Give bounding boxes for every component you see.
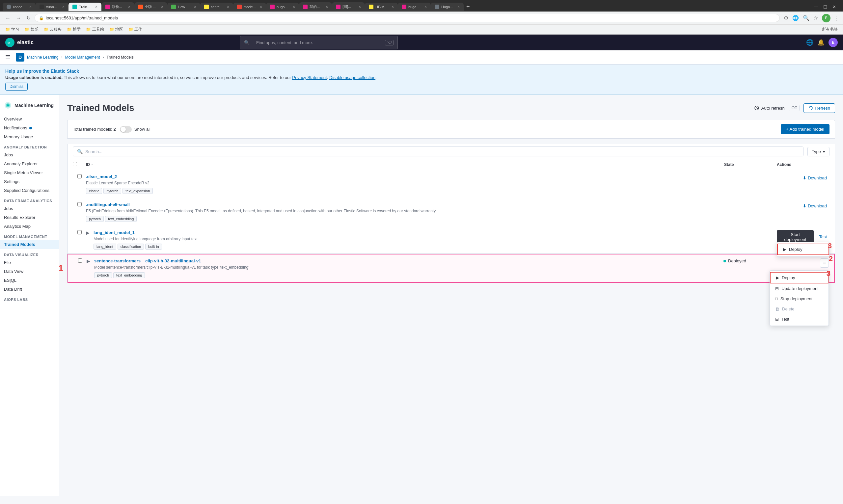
tab-close[interactable]: × [359,5,361,9]
bookmark-yunfuwu[interactable]: 📁 云服务 [42,26,63,33]
checkbox-multilingual[interactable] [77,202,82,206]
bookmark-yule[interactable]: 📁 娱乐 [23,26,39,33]
refresh-button[interactable]: Refresh [804,103,835,113]
sidebar-item-memory-usage[interactable]: Memory Usage [0,132,59,141]
browser-tab-jiage[interactable]: 涨价... × [102,2,134,11]
sidebar-item-notifications[interactable]: Notifications [0,123,59,132]
translate-icon[interactable]: 🌐 [791,14,800,22]
row-checkbox-multilingual[interactable] [73,202,86,206]
dismiss-button[interactable]: Dismiss [5,83,28,91]
user-avatar[interactable]: P [822,14,830,22]
browser-tab-xuan[interactable]: xuan... × [36,3,69,11]
new-tab-button[interactable]: + [464,2,472,12]
tab-close[interactable]: × [29,5,32,9]
notification-icon[interactable]: 🔔 [817,39,825,46]
more-actions-button[interactable]: ≡ [820,258,829,268]
bookmark-diqu[interactable]: 📁 地区 [108,26,124,33]
banner-disable-link[interactable]: Disable usage collection [329,75,375,80]
bookmark-gongju[interactable]: 📁 工具站 [85,26,105,33]
download-button-multilingual[interactable]: ⬇ Download [800,202,829,210]
row-checkbox-sentence[interactable] [73,258,87,263]
tab-close[interactable]: × [95,5,97,9]
expand-icon-lang-ident[interactable]: ▶ [86,230,90,235]
checkbox-sentence[interactable] [78,258,82,263]
browser-tab-mode[interactable]: mode... × [233,3,266,11]
context-menu-test[interactable]: ⊟ Test [770,314,828,324]
all-bookmarks[interactable]: 所有书签 [821,26,839,33]
sidebar-item-jobs-ad[interactable]: Jobs [0,150,59,159]
tab-close[interactable]: × [293,5,295,9]
context-menu-stop-deployment[interactable]: □ Stop deployment [770,294,828,304]
tab-close[interactable]: × [62,5,65,9]
context-menu-deploy[interactable]: ▶ Deploy 3 [770,272,828,284]
bookmark-xuexi[interactable]: 📁 学习 [4,26,20,33]
user-avatar-elastic[interactable]: E [828,38,838,47]
tab-close[interactable]: × [425,5,427,9]
browser-tab-hugo1[interactable]: hugo... × [266,3,299,11]
browser-tab-hugo2[interactable]: hugo... × [398,3,431,11]
tab-close[interactable]: × [326,5,328,9]
tab-close[interactable]: × [128,5,130,9]
close-button[interactable]: × [831,3,838,11]
sidebar-item-esql[interactable]: ES|QL [0,276,59,285]
breadcrumb-model-management[interactable]: Model Management [65,55,100,59]
download-button-elser[interactable]: ⬇ Download [800,174,829,182]
browser-tab-train[interactable]: Train... × [69,3,102,11]
browser-tab-sente[interactable]: sente... × [200,3,233,11]
back-button[interactable]: ← [4,14,12,22]
home-button[interactable]: D [16,53,24,61]
model-id-lang-ident[interactable]: lang_ident_model_1 [93,230,199,235]
tab-close[interactable]: × [260,5,262,9]
tab-close[interactable]: × [392,5,394,9]
expand-icon-sentence[interactable]: ▶ [87,258,90,264]
sidebar-item-trained-models[interactable]: Trained Models [0,240,59,249]
tab-close[interactable]: × [227,5,229,9]
minimize-button[interactable]: ─ [812,3,820,11]
reload-button[interactable]: ↻ [25,14,32,22]
browser-tab-44sui[interactable]: 44岁... × [134,2,167,11]
global-icon[interactable]: 🌐 [806,39,813,46]
model-id-multilingual[interactable]: .multilingual-e5-small [86,202,724,207]
add-trained-model-button[interactable]: + Add trained model [781,124,829,134]
model-id-elser[interactable]: .elser_model_2 [86,174,724,179]
sidebar-item-supplied-configs[interactable]: Supplied Configurations [0,186,59,195]
search-container[interactable]: 🔍 [73,146,804,156]
browser-tab-Hugo3[interactable]: Hugo... × [431,3,464,11]
toggle-switch[interactable] [120,126,132,133]
browser-tab-how[interactable]: How × [167,3,200,11]
sidebar-item-file[interactable]: File [0,258,59,267]
browser-tab-wenti[interactable]: [问]... × [332,2,365,11]
tab-close[interactable]: × [161,5,163,9]
browser-tab-hfm[interactable]: HF-M... × [365,3,398,11]
sidebar-item-data-view[interactable]: Data View [0,267,59,276]
zoom-icon[interactable]: 🔍 [802,14,811,22]
header-id[interactable]: ID ↑ [86,162,724,167]
menu-icon[interactable]: ⋮ [833,15,839,22]
sidebar-item-anomaly-explorer[interactable]: Anomaly Explorer [0,159,59,168]
checkbox-elser[interactable] [77,174,82,178]
row-checkbox-elser[interactable] [73,174,86,178]
elastic-logo[interactable]: e elastic [5,38,34,47]
hamburger-button[interactable]: ☰ [5,54,11,61]
address-bar[interactable]: 🔒 localhost:5601/app/ml/trained_models [35,14,780,22]
browser-tab-radoc[interactable]: radoc × [3,3,36,11]
bookmark-icon[interactable]: ☆ [812,14,819,22]
model-id-sentence[interactable]: sentence-transformers__clip-vit-b-32-mul… [94,258,249,263]
row-checkbox-lang-ident[interactable] [73,230,86,234]
context-menu-update-deployment[interactable]: ⊟ Update deployment [770,284,828,294]
sidebar-item-data-drift[interactable]: Data Drift [0,285,59,294]
breadcrumb-machine-learning[interactable]: Machine Learning [27,55,58,59]
sidebar-item-single-metric[interactable]: Single Metric Viewer [0,168,59,177]
deploy-menu-item[interactable]: ▶ Deploy 3 [777,244,829,255]
sidebar-item-jobs-dfa[interactable]: Jobs [0,204,59,213]
maximize-button[interactable]: □ [822,3,829,11]
sidebar-item-results-explorer[interactable]: Results Explorer [0,213,59,222]
sidebar-item-overview[interactable]: Overview [0,114,59,123]
tab-close[interactable]: × [458,5,460,9]
global-search-input[interactable] [252,38,382,47]
extension-icon[interactable]: ⚙ [783,14,790,22]
bookmark-boxue[interactable]: 📁 博学 [66,26,82,33]
checkbox-lang-ident[interactable] [77,230,82,234]
show-all-toggle[interactable]: Show all [120,126,150,133]
bookmark-gongzuo[interactable]: 📁 工作 [127,26,144,33]
